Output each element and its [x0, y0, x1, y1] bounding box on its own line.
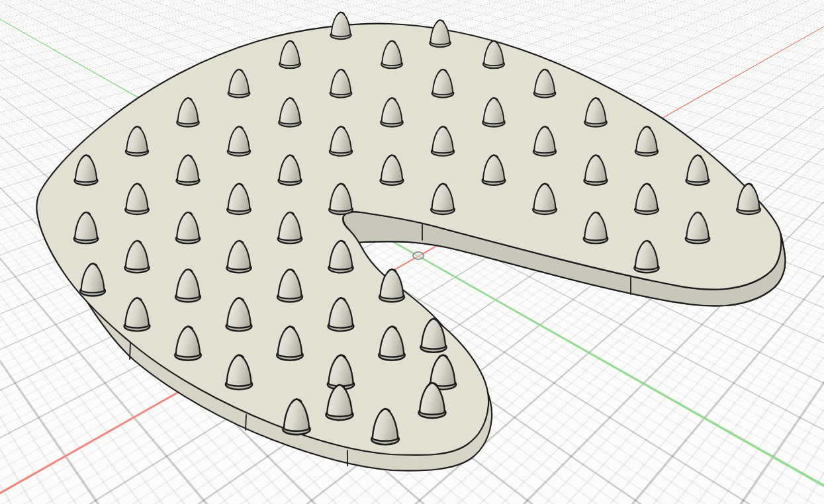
- wall-seam-line: [130, 343, 130, 359]
- wall-seam-line: [246, 415, 246, 430]
- spike[interactable]: [430, 20, 451, 47]
- cad-viewport[interactable]: [0, 0, 824, 504]
- spike[interactable]: [330, 12, 351, 39]
- model-canvas: [0, 0, 824, 504]
